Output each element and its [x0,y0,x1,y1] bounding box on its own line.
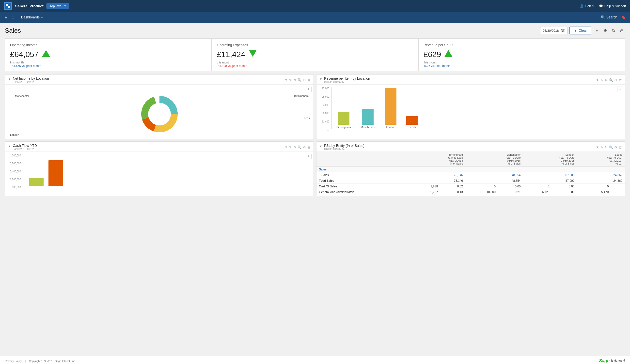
collapse-icon[interactable]: ▾ [320,144,322,149]
cell-pct: 0.08 [552,189,577,195]
table-row: General And Administrative 9,727 0.13 10… [316,189,625,195]
bar-rect [385,88,396,125]
donut-label-london: London [10,133,19,136]
cell-pct [611,184,625,189]
collapse-icon[interactable]: ▾ [320,76,322,81]
collapse-icon[interactable]: ▾ [8,144,11,149]
delete-icon[interactable]: 🗑 [619,78,622,82]
cell-value: 0 [465,184,498,189]
row-label: Total Sales [316,178,412,184]
svg-marker-3 [42,50,50,57]
bar-label: Leeds [408,126,416,129]
cell-manchester[interactable]: 48,554 [465,172,523,178]
svg-rect-2 [8,6,10,8]
copyright-text: Copyright 1999-2019 Sage Intacct, Inc. [29,360,76,363]
edit-icon[interactable]: ✎ [289,78,292,82]
settings-icon[interactable]: ⚙ [614,145,617,149]
donut-label-leeds: Leeds [302,117,310,119]
cell-pct: 0.00 [552,184,577,189]
cell-birmingham[interactable]: 75,146 [412,172,465,178]
bar-rect [338,112,350,125]
chart-body: ⬇ Manchester Birmingham [5,85,314,139]
col-header-london: LondonYear To Date03/30/2018% of Sales [523,152,577,167]
favorite-star[interactable]: ★ [4,14,8,20]
kpi-operating-expenses: Operating Expenses £11,424 this month -£… [212,39,418,71]
bookmark-icon[interactable]: 🔖 [621,15,626,20]
edit-icon[interactable]: ✎ [289,145,292,149]
settings-icon[interactable]: ⚙ [614,78,617,82]
cell-london[interactable]: 87,000 [523,172,577,178]
top-bar-left: General Product Top level ▾ [4,2,69,10]
filter-icon[interactable]: ▼ [596,78,599,82]
filter-icon[interactable]: ▼ [284,145,288,149]
trend-down-icon [248,49,257,60]
search-button[interactable]: 🔍 Search [601,15,617,19]
bar-rect [406,116,418,125]
bar-rect [362,109,374,125]
nav-bar: ★ ⌂ Dashboards ▾ 🔍 Search 🔖 [0,12,630,23]
row-label: General And Administrative [316,189,412,195]
refresh-icon[interactable]: ↻ [293,145,296,149]
y-axis: 4,000,000 3,200,000 2,400,000 1,600,000 … [5,154,22,189]
chart-timestamp: 04/13/2019 07:52 [324,148,364,150]
delete-icon[interactable]: 🗑 [307,78,310,82]
calendar-icon: 📅 [561,29,565,32]
delete-icon[interactable]: 🗑 [307,145,310,149]
kpi-label: Operating Expenses [217,43,413,47]
dashboards-nav-item[interactable]: Dashboards ▾ [18,14,46,20]
settings-icon[interactable]: ⚙ [303,78,306,82]
edit-icon[interactable]: ✎ [600,78,603,82]
help-support-link[interactable]: 💬 Help & Support [599,4,626,8]
cell-value: 10,300 [465,189,498,195]
refresh-icon[interactable]: ↻ [605,78,607,82]
cell-london: 87,000 [523,178,577,184]
home-icon[interactable]: ⌂ [10,14,16,20]
col-header-manchester: ManchesterYear To Date03/30/2018% of Sal… [465,152,523,167]
settings-icon[interactable]: ⚙ [303,145,306,149]
chart-toolbar: ▼ ✎ ↻ 🔍 ⚙ 🗑 [596,145,622,149]
zoom-icon[interactable]: 🔍 [609,78,613,82]
kpi-revenue-sqft: Revenue per Sq. Ft. £629 this month +£26… [418,39,625,71]
kpi-value: £64,057 [10,50,39,59]
delete-icon[interactable]: 🗑 [619,145,622,149]
donut-chart: Manchester Birmingham Leeds London [8,89,311,139]
zoom-icon[interactable]: 🔍 [609,145,613,149]
privacy-policy-link[interactable]: Privacy Policy [5,360,22,363]
bar-rect [29,178,44,186]
bar-london: London [385,88,396,129]
top-bar: General Product Top level ▾ 👤 Bob S 💬 He… [0,0,630,12]
level-selector[interactable]: Top level ▾ [46,3,69,9]
zoom-icon[interactable]: 🔍 [298,78,302,82]
copy-button[interactable]: ⧉ [610,27,616,34]
refresh-icon[interactable]: ↻ [605,145,607,149]
chart-header: ▾ Net Income by Location 04/13/2019 07:5… [5,74,314,85]
filter-icon[interactable]: ▼ [596,145,599,149]
svg-marker-5 [444,50,452,57]
download-button[interactable]: ⬇ [306,154,312,159]
date-filter[interactable]: 03/30/2018 📅 [540,27,568,34]
print-button[interactable]: 🖨 [618,27,625,34]
refresh-icon[interactable]: ↻ [293,78,296,82]
collapse-icon[interactable]: ▾ [8,76,11,81]
chart-toolbar: ▼ ✎ ↻ 🔍 ⚙ 🗑 [596,78,622,82]
kpi-operating-income: Operating Income £64,057 this month +£1,… [5,39,212,71]
cell-leeds[interactable]: 24,362 [577,172,625,178]
bar-label: Manchester [361,126,375,129]
donut-svg [140,94,179,134]
footer-left: Privacy Policy | Copyright 1999-2019 Sag… [5,360,76,363]
bar-manchester: Manchester [361,109,375,129]
pl-table: BirminghamYear To Date03/30/2018% of Sal… [316,152,625,195]
user-menu[interactable]: 👤 Bob S [580,4,594,8]
col-header-leeds: LeedsYear To Da...03/30/20...% o... [577,152,625,167]
charts-grid: ▾ Net Income by Location 04/13/2019 07:5… [5,74,625,196]
col-header-birmingham: BirminghamYear To Date03/30/2018% of Sal… [412,152,465,167]
clear-button[interactable]: ▼ Clear [570,26,591,34]
table-row: Cost Of Sales 1,838 0.02 0 0.00 0 0.00 0 [316,184,625,189]
chart-title: Revenue per Item by Location [324,76,370,80]
settings-button[interactable]: ⚙ [602,27,608,34]
filter-icon[interactable]: ▼ [284,78,288,82]
chart-timestamp: 04/13/2019 07:52 [324,80,370,83]
zoom-icon[interactable]: 🔍 [298,145,302,149]
add-button[interactable]: ＋ [593,27,600,34]
edit-icon[interactable]: ✎ [600,145,603,149]
